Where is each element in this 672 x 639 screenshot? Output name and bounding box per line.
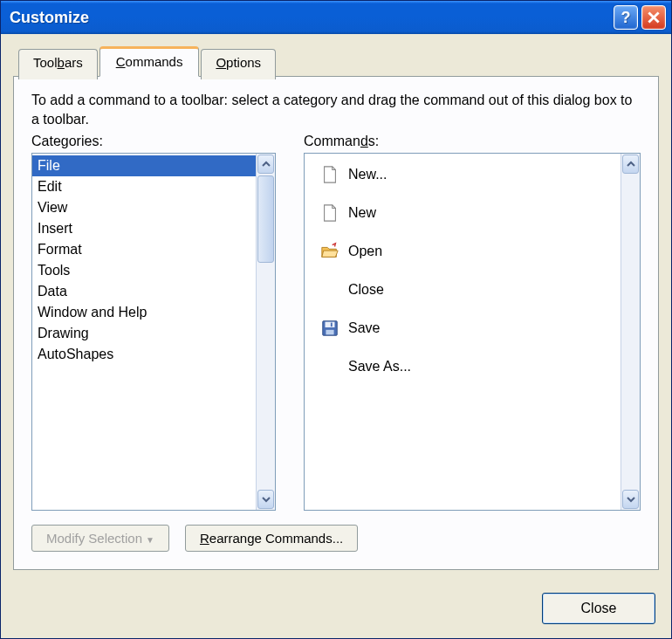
commands-scrollbar[interactable] xyxy=(621,154,640,510)
close-window-button[interactable] xyxy=(641,5,666,30)
scroll-up-button[interactable] xyxy=(257,155,274,174)
svg-rect-2 xyxy=(326,330,333,335)
command-label: New... xyxy=(348,167,614,182)
categories-label: Categories: xyxy=(31,134,276,149)
help-button[interactable]: ? xyxy=(614,5,638,30)
categories-listbox[interactable]: FileEditViewInsertFormatToolsDataWindow … xyxy=(31,153,276,511)
scroll-track[interactable] xyxy=(257,264,275,489)
scroll-thumb[interactable] xyxy=(257,175,274,263)
svg-rect-3 xyxy=(331,323,333,327)
command-item[interactable]: Close xyxy=(305,271,621,309)
command-icon-slot xyxy=(312,165,348,184)
category-item[interactable]: View xyxy=(32,197,256,218)
category-item[interactable]: Format xyxy=(32,239,256,260)
categories-scrollbar[interactable] xyxy=(256,154,275,510)
commands-column: Commands: New...NewOpenCloseSaveSave As.… xyxy=(304,134,641,511)
tab-panel-commands: To add a command to a toolbar: select a … xyxy=(13,76,659,570)
tab-options[interactable]: Options xyxy=(201,49,276,79)
caret-down-icon: ▼ xyxy=(146,535,154,545)
command-icon-slot xyxy=(312,203,348,223)
svg-rect-1 xyxy=(326,322,335,327)
command-item[interactable]: Save As... xyxy=(305,347,621,386)
tab-strip: Toolbars Commands Options xyxy=(13,46,659,77)
columns: Categories: FileEditViewInsertFormatTool… xyxy=(31,134,641,511)
category-item[interactable]: Edit xyxy=(32,176,256,197)
window-title: Customize xyxy=(10,9,610,27)
category-item[interactable]: File xyxy=(32,155,256,176)
customize-dialog: Customize ? Toolbars Commands Options To… xyxy=(0,0,672,639)
chevron-up-icon xyxy=(262,160,271,168)
save-icon xyxy=(320,319,339,338)
tab-commands[interactable]: Commands xyxy=(99,46,200,77)
command-icon-slot xyxy=(312,242,348,261)
scroll-down-button[interactable] xyxy=(257,490,274,509)
tab-toolbars[interactable]: Toolbars xyxy=(18,49,98,79)
command-icon-slot xyxy=(312,319,348,338)
scroll-up-button[interactable] xyxy=(622,155,639,174)
client-area: Toolbars Commands Options To add a comma… xyxy=(1,34,671,582)
category-item[interactable]: Window and Help xyxy=(32,302,256,323)
new-document-icon xyxy=(320,203,339,223)
dialog-footer: Close xyxy=(1,582,671,638)
commands-label: Commands: xyxy=(304,134,641,149)
folder-open-icon xyxy=(320,242,339,261)
command-label: New xyxy=(348,205,614,221)
command-label: Save As... xyxy=(348,359,614,374)
command-label: Close xyxy=(348,282,614,298)
close-icon xyxy=(648,11,660,24)
command-item[interactable]: Save xyxy=(305,309,621,347)
help-text: To add a command to a toolbar: select a … xyxy=(31,91,641,128)
titlebar: Customize ? xyxy=(1,1,671,34)
scroll-down-button[interactable] xyxy=(622,490,639,509)
chevron-up-icon xyxy=(627,160,635,168)
command-item[interactable]: New... xyxy=(305,155,621,194)
rearrange-commands-button[interactable]: Rearrange Commands... xyxy=(185,525,358,552)
categories-column: Categories: FileEditViewInsertFormatTool… xyxy=(31,134,276,511)
category-item[interactable]: Tools xyxy=(32,260,256,281)
chevron-down-icon xyxy=(627,495,635,504)
category-item[interactable]: Insert xyxy=(32,218,256,239)
close-button[interactable]: Close xyxy=(542,593,655,624)
commands-listbox[interactable]: New...NewOpenCloseSaveSave As... xyxy=(304,153,641,511)
modify-selection-button: Modify Selection▼ xyxy=(31,525,169,552)
command-label: Save xyxy=(348,320,614,336)
new-document-icon xyxy=(320,165,339,184)
command-item[interactable]: Open xyxy=(305,232,621,271)
scroll-track[interactable] xyxy=(621,175,640,489)
command-label: Open xyxy=(348,244,614,259)
category-item[interactable]: Data xyxy=(32,281,256,302)
command-item[interactable]: New xyxy=(305,194,621,232)
chevron-down-icon xyxy=(262,495,271,504)
button-row: Modify Selection▼ Rearrange Commands... xyxy=(31,525,641,552)
category-item[interactable]: Drawing xyxy=(32,323,256,344)
category-item[interactable]: AutoShapes xyxy=(32,344,256,365)
